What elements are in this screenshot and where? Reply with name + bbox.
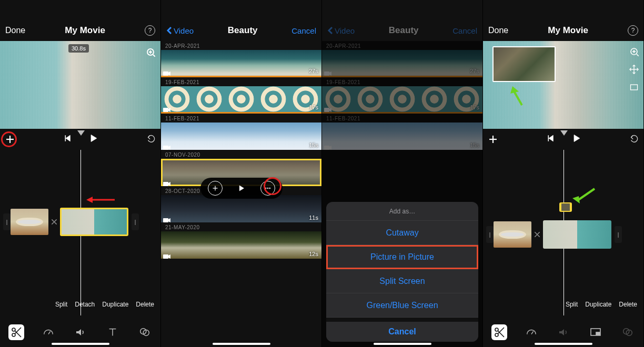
clip-duration: 11s	[309, 215, 318, 221]
tool-scissors-icon[interactable]	[491, 324, 507, 340]
clip-main[interactable]	[543, 220, 611, 249]
ios-status-bar	[322, 0, 482, 20]
ios-status-bar	[483, 0, 643, 20]
add-media-button[interactable]	[487, 134, 499, 145]
tool-speed-icon[interactable]	[524, 324, 539, 340]
tool-volume-icon[interactable]	[556, 324, 571, 340]
tool-speed-icon[interactable]	[41, 324, 56, 340]
media-clip-strip[interactable]: 11s	[161, 195, 321, 222]
play-button[interactable]	[89, 134, 98, 145]
date-group-label: 07-NOV-2020	[161, 150, 321, 159]
video-icon	[163, 143, 170, 148]
done-button[interactable]: Done	[488, 26, 508, 35]
action-delete[interactable]: Delete	[619, 301, 637, 315]
edit-toolbar	[0, 318, 160, 347]
project-title: My Movie	[25, 25, 145, 36]
add-media-button[interactable]	[4, 134, 16, 145]
cancel-button[interactable]: Cancel	[291, 26, 316, 35]
media-clip-strip[interactable]: 17s	[161, 86, 321, 114]
clip-handle-right[interactable]: |	[132, 213, 139, 230]
date-group-label: 19-FEB-2021	[161, 77, 321, 86]
pip-overlay-preview[interactable]	[492, 46, 556, 82]
home-indicator	[535, 343, 592, 345]
help-icon[interactable]: ?	[145, 25, 155, 36]
preview-area[interactable]	[483, 41, 643, 129]
move-icon[interactable]	[628, 63, 640, 76]
more-options-button[interactable]	[260, 181, 275, 196]
help-icon[interactable]: ?	[628, 25, 638, 36]
media-clip-strip[interactable]: 15s	[161, 123, 321, 150]
tool-volume-icon[interactable]	[73, 324, 88, 340]
clip-duration: 27s	[309, 68, 318, 74]
undo-button[interactable]	[146, 133, 156, 146]
tool-scissors-icon[interactable]	[8, 324, 24, 340]
media-clip-strip[interactable]: 12s	[161, 231, 321, 259]
tool-filter-icon[interactable]	[620, 324, 636, 340]
action-duplicate[interactable]: Duplicate	[585, 301, 611, 315]
skip-back-button[interactable]	[64, 134, 73, 145]
action-detach[interactable]: Detach	[75, 301, 95, 315]
media-clip-strip[interactable]: 27s	[161, 50, 321, 77]
undo-button[interactable]	[629, 133, 639, 146]
insert-clip-button[interactable]	[208, 181, 223, 196]
transition-icon[interactable]	[531, 229, 543, 240]
svg-marker-33	[572, 196, 580, 203]
timeline-area[interactable]: | |	[0, 150, 160, 315]
pip-overlay-clip[interactable]	[559, 202, 572, 212]
svg-line-32	[578, 189, 595, 200]
picker-list[interactable]: 20-APR-202127s19-FEB-202117s11-FEB-20211…	[161, 41, 321, 347]
timeline-track[interactable]: | |	[486, 220, 622, 249]
playhead-indicator	[77, 130, 85, 136]
action-cutaway[interactable]: Cutaway	[326, 221, 478, 245]
ios-status-bar	[161, 0, 321, 20]
action-duplicate[interactable]: Duplicate	[102, 301, 128, 315]
back-button: Video	[327, 26, 355, 35]
action-sheet-cancel[interactable]: Cancel	[326, 318, 478, 342]
clip-handle-left[interactable]: |	[3, 213, 11, 230]
playhead-indicator	[560, 130, 568, 136]
action-green-blue-screen[interactable]: Green/Blue Screen	[326, 293, 478, 318]
home-indicator	[374, 343, 431, 345]
action-delete[interactable]: Delete	[136, 301, 154, 315]
panel-media-picker: Video Beauty Cancel 20-APR-202127s19-FEB…	[161, 0, 322, 347]
tool-pip-layout-icon[interactable]	[588, 324, 603, 340]
svg-line-30	[514, 90, 522, 105]
done-button[interactable]: Done	[5, 26, 25, 35]
clip-handle-right[interactable]: |	[615, 226, 622, 243]
svg-marker-29	[86, 197, 93, 203]
action-sheet: Add as… Cutaway Picture in Picture Split…	[326, 202, 478, 342]
play-button[interactable]	[572, 134, 581, 145]
timeline-track[interactable]: | |	[3, 207, 139, 237]
crop-rect-icon[interactable]	[628, 81, 640, 94]
action-split-screen[interactable]: Split Screen	[326, 269, 478, 293]
transition-icon[interactable]	[48, 216, 60, 228]
annotation-green-arrow-timeline	[572, 187, 597, 207]
preview-area[interactable]: 30.8s	[0, 41, 160, 129]
clip-handle-left[interactable]: |	[486, 226, 494, 243]
action-picture-in-picture[interactable]: Picture in Picture	[326, 245, 478, 269]
video-icon	[163, 179, 170, 185]
tool-filter-icon[interactable]	[137, 324, 153, 340]
preview-clip-button[interactable]	[234, 181, 249, 196]
panel-editor-pip: Done My Movie ? |	[483, 0, 644, 347]
back-button[interactable]: Video	[166, 26, 194, 35]
timeline-area[interactable]: | |	[483, 150, 643, 315]
clip-thumbnail-prev[interactable]	[11, 209, 48, 235]
skip-back-button[interactable]	[547, 134, 556, 145]
clip-selected[interactable]	[60, 208, 128, 236]
video-icon	[163, 69, 170, 74]
home-indicator	[213, 343, 270, 345]
video-icon	[163, 105, 170, 110]
zoom-in-icon[interactable]	[145, 46, 156, 58]
action-sheet-title: Add as…	[326, 202, 478, 221]
video-icon	[163, 216, 170, 221]
zoom-in-icon[interactable]	[628, 45, 640, 58]
action-split[interactable]: Split	[566, 301, 578, 315]
clip-thumbnail-prev[interactable]	[494, 221, 531, 248]
action-split[interactable]: Split	[55, 301, 67, 315]
clip-duration: 15s	[309, 142, 318, 148]
annotation-green-arrow-preview	[509, 86, 525, 109]
tool-text-icon[interactable]	[105, 324, 120, 340]
edit-toolbar	[483, 318, 643, 347]
clip-duration: 17s	[309, 104, 318, 110]
